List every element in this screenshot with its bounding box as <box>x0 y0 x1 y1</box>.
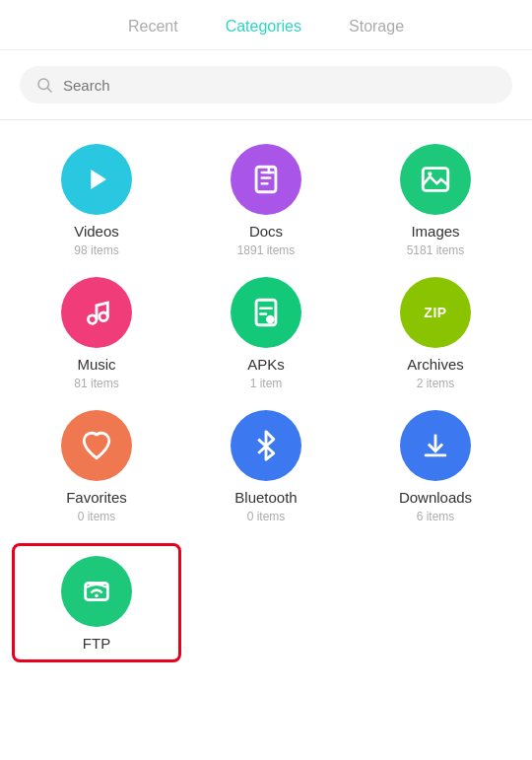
ftp-icon <box>61 556 132 627</box>
svg-marker-2 <box>91 170 106 189</box>
tab-categories[interactable]: Categories <box>226 14 301 39</box>
svg-line-1 <box>47 88 51 92</box>
apks-name: APKs <box>247 356 285 373</box>
bluetooth-icon <box>231 410 301 481</box>
category-item-downloads[interactable]: Downloads6 items <box>351 410 520 523</box>
tab-recent[interactable]: Recent <box>128 14 178 39</box>
images-count: 5181 items <box>407 243 465 257</box>
category-item-docs[interactable]: Docs1891 items <box>181 144 351 257</box>
music-icon <box>61 277 132 348</box>
tab-bar: Recent Categories Storage <box>0 0 532 50</box>
favorites-name: Favorites <box>66 489 127 506</box>
category-item-music[interactable]: Music81 items <box>12 277 181 390</box>
svg-rect-3 <box>256 167 276 192</box>
category-item-videos[interactable]: Videos98 items <box>12 144 181 257</box>
search-input[interactable] <box>63 77 497 94</box>
music-count: 81 items <box>74 377 118 390</box>
archives-icon: ZIP <box>400 277 471 348</box>
downloads-icon <box>400 410 471 481</box>
images-icon <box>400 144 471 215</box>
divider <box>0 119 532 120</box>
videos-name: Videos <box>74 223 119 240</box>
categories-grid: Videos98 items Docs1891 items Images5181… <box>0 128 532 678</box>
downloads-count: 6 items <box>417 510 455 523</box>
bluetooth-name: Bluetooth <box>234 489 297 506</box>
category-item-archives[interactable]: ZIPArchives2 items <box>351 277 520 390</box>
downloads-name: Downloads <box>399 489 472 506</box>
category-item-ftp[interactable]: FTP <box>12 543 181 662</box>
docs-count: 1891 items <box>237 243 296 257</box>
music-name: Music <box>77 356 115 373</box>
category-item-bluetooth[interactable]: Bluetooth0 items <box>181 410 351 523</box>
category-item-images[interactable]: Images5181 items <box>351 144 520 257</box>
docs-name: Docs <box>249 223 283 240</box>
svg-point-9 <box>267 316 273 322</box>
videos-count: 98 items <box>74 243 118 257</box>
ftp-name: FTP <box>83 635 110 652</box>
category-item-apks[interactable]: APKs1 item <box>181 277 351 390</box>
archives-name: Archives <box>407 356 464 373</box>
search-bar <box>20 66 512 104</box>
svg-point-13 <box>95 594 98 597</box>
apks-count: 1 item <box>250 377 283 390</box>
archives-count: 2 items <box>417 377 455 390</box>
favorites-icon <box>61 410 132 481</box>
bluetooth-count: 0 items <box>247 510 286 523</box>
svg-point-5 <box>428 172 432 175</box>
apks-icon <box>231 277 301 348</box>
docs-icon <box>231 144 301 215</box>
favorites-count: 0 items <box>78 510 116 523</box>
svg-point-0 <box>38 79 49 90</box>
tab-storage[interactable]: Storage <box>349 14 404 39</box>
search-icon <box>35 76 53 94</box>
images-name: Images <box>411 223 459 240</box>
category-item-favorites[interactable]: Favorites0 items <box>12 410 181 523</box>
videos-icon <box>61 144 132 215</box>
